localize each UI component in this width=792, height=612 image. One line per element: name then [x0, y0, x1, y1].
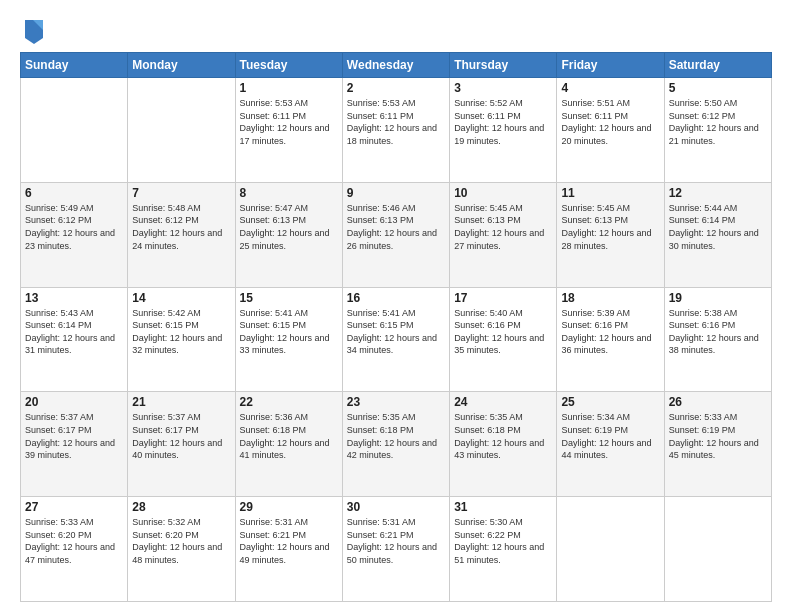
day-number: 22 [240, 395, 338, 409]
day-info: Sunrise: 5:39 AM Sunset: 6:16 PM Dayligh… [561, 307, 659, 357]
day-number: 8 [240, 186, 338, 200]
calendar-cell: 21Sunrise: 5:37 AM Sunset: 6:17 PM Dayli… [128, 392, 235, 497]
calendar-cell: 7Sunrise: 5:48 AM Sunset: 6:12 PM Daylig… [128, 182, 235, 287]
day-info: Sunrise: 5:33 AM Sunset: 6:19 PM Dayligh… [669, 411, 767, 461]
day-info: Sunrise: 5:47 AM Sunset: 6:13 PM Dayligh… [240, 202, 338, 252]
day-number: 17 [454, 291, 552, 305]
calendar-cell: 27Sunrise: 5:33 AM Sunset: 6:20 PM Dayli… [21, 497, 128, 602]
day-number: 27 [25, 500, 123, 514]
calendar-cell: 14Sunrise: 5:42 AM Sunset: 6:15 PM Dayli… [128, 287, 235, 392]
week-row-3: 13Sunrise: 5:43 AM Sunset: 6:14 PM Dayli… [21, 287, 772, 392]
day-info: Sunrise: 5:48 AM Sunset: 6:12 PM Dayligh… [132, 202, 230, 252]
day-number: 19 [669, 291, 767, 305]
day-number: 21 [132, 395, 230, 409]
calendar-cell: 30Sunrise: 5:31 AM Sunset: 6:21 PM Dayli… [342, 497, 449, 602]
day-number: 9 [347, 186, 445, 200]
day-number: 2 [347, 81, 445, 95]
day-info: Sunrise: 5:38 AM Sunset: 6:16 PM Dayligh… [669, 307, 767, 357]
calendar-cell: 12Sunrise: 5:44 AM Sunset: 6:14 PM Dayli… [664, 182, 771, 287]
day-info: Sunrise: 5:51 AM Sunset: 6:11 PM Dayligh… [561, 97, 659, 147]
calendar-cell: 13Sunrise: 5:43 AM Sunset: 6:14 PM Dayli… [21, 287, 128, 392]
day-info: Sunrise: 5:53 AM Sunset: 6:11 PM Dayligh… [240, 97, 338, 147]
day-number: 1 [240, 81, 338, 95]
day-info: Sunrise: 5:37 AM Sunset: 6:17 PM Dayligh… [25, 411, 123, 461]
day-number: 18 [561, 291, 659, 305]
calendar-cell: 29Sunrise: 5:31 AM Sunset: 6:21 PM Dayli… [235, 497, 342, 602]
week-row-1: 1Sunrise: 5:53 AM Sunset: 6:11 PM Daylig… [21, 78, 772, 183]
week-row-5: 27Sunrise: 5:33 AM Sunset: 6:20 PM Dayli… [21, 497, 772, 602]
day-info: Sunrise: 5:30 AM Sunset: 6:22 PM Dayligh… [454, 516, 552, 566]
day-info: Sunrise: 5:50 AM Sunset: 6:12 PM Dayligh… [669, 97, 767, 147]
day-number: 31 [454, 500, 552, 514]
calendar-cell: 18Sunrise: 5:39 AM Sunset: 6:16 PM Dayli… [557, 287, 664, 392]
day-info: Sunrise: 5:45 AM Sunset: 6:13 PM Dayligh… [561, 202, 659, 252]
week-row-4: 20Sunrise: 5:37 AM Sunset: 6:17 PM Dayli… [21, 392, 772, 497]
calendar-cell [128, 78, 235, 183]
calendar-cell: 15Sunrise: 5:41 AM Sunset: 6:15 PM Dayli… [235, 287, 342, 392]
weekday-header-row: SundayMondayTuesdayWednesdayThursdayFrid… [21, 53, 772, 78]
logo-icon [23, 16, 45, 44]
calendar-cell: 20Sunrise: 5:37 AM Sunset: 6:17 PM Dayli… [21, 392, 128, 497]
day-number: 3 [454, 81, 552, 95]
day-info: Sunrise: 5:52 AM Sunset: 6:11 PM Dayligh… [454, 97, 552, 147]
calendar-cell: 26Sunrise: 5:33 AM Sunset: 6:19 PM Dayli… [664, 392, 771, 497]
day-number: 28 [132, 500, 230, 514]
day-number: 16 [347, 291, 445, 305]
calendar-cell [664, 497, 771, 602]
day-number: 4 [561, 81, 659, 95]
calendar-cell: 19Sunrise: 5:38 AM Sunset: 6:16 PM Dayli… [664, 287, 771, 392]
weekday-header-thursday: Thursday [450, 53, 557, 78]
day-number: 24 [454, 395, 552, 409]
calendar-cell: 4Sunrise: 5:51 AM Sunset: 6:11 PM Daylig… [557, 78, 664, 183]
day-number: 20 [25, 395, 123, 409]
day-number: 25 [561, 395, 659, 409]
week-row-2: 6Sunrise: 5:49 AM Sunset: 6:12 PM Daylig… [21, 182, 772, 287]
day-info: Sunrise: 5:36 AM Sunset: 6:18 PM Dayligh… [240, 411, 338, 461]
calendar-cell: 10Sunrise: 5:45 AM Sunset: 6:13 PM Dayli… [450, 182, 557, 287]
day-info: Sunrise: 5:44 AM Sunset: 6:14 PM Dayligh… [669, 202, 767, 252]
calendar-cell: 8Sunrise: 5:47 AM Sunset: 6:13 PM Daylig… [235, 182, 342, 287]
calendar-cell: 6Sunrise: 5:49 AM Sunset: 6:12 PM Daylig… [21, 182, 128, 287]
weekday-header-saturday: Saturday [664, 53, 771, 78]
day-number: 15 [240, 291, 338, 305]
weekday-header-friday: Friday [557, 53, 664, 78]
day-info: Sunrise: 5:45 AM Sunset: 6:13 PM Dayligh… [454, 202, 552, 252]
calendar-cell: 11Sunrise: 5:45 AM Sunset: 6:13 PM Dayli… [557, 182, 664, 287]
day-info: Sunrise: 5:33 AM Sunset: 6:20 PM Dayligh… [25, 516, 123, 566]
calendar-cell: 24Sunrise: 5:35 AM Sunset: 6:18 PM Dayli… [450, 392, 557, 497]
calendar-cell: 5Sunrise: 5:50 AM Sunset: 6:12 PM Daylig… [664, 78, 771, 183]
calendar-cell: 22Sunrise: 5:36 AM Sunset: 6:18 PM Dayli… [235, 392, 342, 497]
calendar-cell: 25Sunrise: 5:34 AM Sunset: 6:19 PM Dayli… [557, 392, 664, 497]
day-number: 14 [132, 291, 230, 305]
day-info: Sunrise: 5:53 AM Sunset: 6:11 PM Dayligh… [347, 97, 445, 147]
day-info: Sunrise: 5:46 AM Sunset: 6:13 PM Dayligh… [347, 202, 445, 252]
day-info: Sunrise: 5:37 AM Sunset: 6:17 PM Dayligh… [132, 411, 230, 461]
calendar: SundayMondayTuesdayWednesdayThursdayFrid… [20, 52, 772, 602]
logo [20, 16, 45, 44]
day-number: 30 [347, 500, 445, 514]
day-number: 13 [25, 291, 123, 305]
day-number: 5 [669, 81, 767, 95]
day-number: 7 [132, 186, 230, 200]
day-info: Sunrise: 5:34 AM Sunset: 6:19 PM Dayligh… [561, 411, 659, 461]
day-info: Sunrise: 5:49 AM Sunset: 6:12 PM Dayligh… [25, 202, 123, 252]
day-number: 11 [561, 186, 659, 200]
day-info: Sunrise: 5:31 AM Sunset: 6:21 PM Dayligh… [240, 516, 338, 566]
weekday-header-tuesday: Tuesday [235, 53, 342, 78]
weekday-header-wednesday: Wednesday [342, 53, 449, 78]
day-number: 29 [240, 500, 338, 514]
calendar-cell [21, 78, 128, 183]
header [20, 16, 772, 44]
day-info: Sunrise: 5:41 AM Sunset: 6:15 PM Dayligh… [240, 307, 338, 357]
day-number: 26 [669, 395, 767, 409]
day-info: Sunrise: 5:41 AM Sunset: 6:15 PM Dayligh… [347, 307, 445, 357]
calendar-cell: 17Sunrise: 5:40 AM Sunset: 6:16 PM Dayli… [450, 287, 557, 392]
calendar-cell: 28Sunrise: 5:32 AM Sunset: 6:20 PM Dayli… [128, 497, 235, 602]
day-info: Sunrise: 5:40 AM Sunset: 6:16 PM Dayligh… [454, 307, 552, 357]
calendar-cell: 31Sunrise: 5:30 AM Sunset: 6:22 PM Dayli… [450, 497, 557, 602]
day-number: 6 [25, 186, 123, 200]
day-info: Sunrise: 5:35 AM Sunset: 6:18 PM Dayligh… [454, 411, 552, 461]
day-info: Sunrise: 5:31 AM Sunset: 6:21 PM Dayligh… [347, 516, 445, 566]
calendar-cell: 16Sunrise: 5:41 AM Sunset: 6:15 PM Dayli… [342, 287, 449, 392]
calendar-cell [557, 497, 664, 602]
